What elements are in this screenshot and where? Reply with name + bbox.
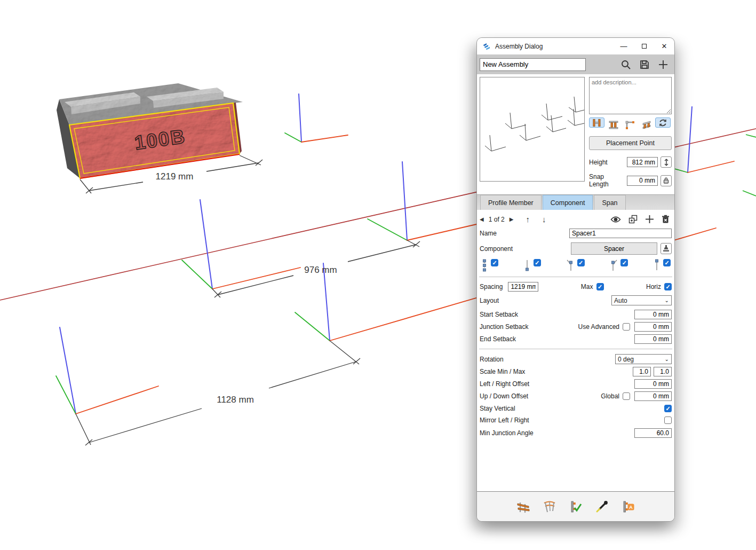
move-down-icon[interactable]: ↓	[542, 215, 546, 224]
snap-length-input[interactable]	[627, 176, 658, 186]
slanted-rail-icon[interactable]	[639, 117, 654, 132]
rotation-label: Rotation	[480, 356, 615, 363]
application-window: 976 mm 1128 mm 100B	[0, 0, 756, 550]
component-label: Component	[480, 245, 571, 253]
up-down-offset-label: Up / Down Offset	[480, 392, 601, 400]
chevron-down-icon: ⌄	[665, 297, 669, 303]
left-right-offset-input[interactable]	[634, 379, 672, 389]
dimension-label-1128: 1128 mm	[217, 395, 254, 405]
stay-vertical-checkbox[interactable]	[664, 405, 672, 412]
dialog-title: Assembly Dialog	[495, 43, 614, 50]
anchor-top-right-icon	[609, 259, 618, 272]
tab-span[interactable]: Span	[594, 195, 625, 210]
axis-marker-5[interactable]	[56, 327, 158, 414]
use-advanced-checkbox[interactable]	[623, 323, 630, 331]
preview-spacer-sketches	[485, 97, 584, 151]
dimension-1128[interactable]: 1128 mm	[76, 341, 360, 445]
auto-label-post-icon[interactable]: A	[620, 499, 636, 515]
lock-button[interactable]	[660, 175, 672, 186]
stamp-pick-icon[interactable]	[660, 243, 672, 254]
junction-setback-input[interactable]	[634, 322, 672, 332]
draw-fence-icon[interactable]	[515, 499, 531, 515]
minimize-button[interactable]: —	[614, 38, 634, 54]
rotation-select[interactable]: 0 deg ⌄	[615, 354, 672, 364]
anchor-line-icon	[481, 259, 488, 272]
anchor-top-right-checkbox[interactable]	[620, 259, 628, 266]
anchor-bottom-icon	[523, 259, 531, 272]
stay-vertical-label: Stay Vertical	[480, 405, 664, 412]
dimension-label-1219: 1219 mm	[156, 171, 194, 182]
close-button[interactable]: ✕	[654, 38, 674, 54]
add-assembly-icon[interactable]	[657, 59, 669, 70]
maximize-icon	[642, 44, 647, 49]
start-setback-label: Start Setback	[480, 311, 634, 318]
min-junction-angle-input[interactable]	[634, 428, 672, 438]
anchor-top-left-checkbox[interactable]	[577, 259, 585, 266]
visibility-icon[interactable]	[610, 216, 621, 223]
add-component-icon[interactable]	[645, 215, 654, 224]
anchor-bottom-checkbox[interactable]	[534, 259, 541, 266]
anchor-options-row	[480, 259, 672, 272]
double-post-icon[interactable]	[606, 117, 621, 132]
maximize-button[interactable]	[634, 38, 654, 54]
selected-block[interactable]: 100B	[57, 83, 243, 178]
axis-marker-partial	[743, 135, 756, 196]
assembly-name-input[interactable]	[480, 58, 586, 71]
end-setback-label: End Setback	[480, 335, 634, 343]
search-icon[interactable]	[620, 59, 632, 70]
svg-text:A: A	[629, 504, 633, 509]
height-input[interactable]	[627, 157, 658, 167]
prev-component-icon[interactable]: ◀	[480, 216, 484, 222]
mirror-left-right-checkbox[interactable]	[664, 417, 672, 424]
save-icon[interactable]	[639, 59, 650, 70]
refresh-icon[interactable]	[655, 117, 671, 128]
component-picker-button[interactable]: Spacer	[571, 242, 657, 255]
app-logo-icon	[482, 42, 491, 51]
axis-marker-2[interactable]	[182, 200, 300, 289]
layout-select[interactable]: Auto ⌄	[611, 295, 672, 305]
corner-icon[interactable]	[622, 117, 638, 132]
delete-component-icon[interactable]	[662, 215, 670, 224]
tab-component[interactable]: Component	[543, 195, 593, 210]
duplicate-icon[interactable]	[628, 215, 638, 224]
left-right-offset-label: Left / Right Offset	[480, 380, 634, 388]
placement-point-button[interactable]: Placement Point	[589, 136, 672, 150]
component-nav-row: ◀ 1 of 2 ▶ ↑ ↓	[480, 215, 672, 224]
scale-min-max-label: Scale Min / Max	[480, 368, 633, 375]
rail-pair-icon[interactable]	[589, 117, 604, 128]
tab-bar: Profile Member Component Span	[477, 194, 674, 210]
dialog-titlebar[interactable]: Assembly Dialog — ✕	[477, 38, 674, 54]
max-label: Max	[581, 283, 593, 290]
next-component-icon[interactable]: ▶	[510, 216, 514, 222]
axis-marker-6[interactable]	[674, 107, 734, 172]
height-direction-button[interactable]	[660, 156, 672, 168]
global-checkbox[interactable]	[623, 392, 630, 400]
assembly-preview-canvas[interactable]	[480, 77, 585, 182]
validate-post-icon[interactable]	[568, 499, 584, 515]
spacing-input[interactable]	[508, 282, 538, 292]
profile-type-buttons	[589, 117, 672, 132]
spacing-label: Spacing	[480, 283, 503, 290]
start-setback-input[interactable]	[634, 310, 672, 319]
end-setback-input[interactable]	[634, 334, 672, 344]
axis-marker-3[interactable]	[368, 162, 476, 240]
tab-profile-member[interactable]: Profile Member	[480, 195, 542, 210]
scale-min-input[interactable]	[633, 367, 651, 376]
draw-curved-fence-icon[interactable]	[542, 499, 558, 515]
anchor-line-checkbox[interactable]	[491, 259, 498, 266]
description-textarea[interactable]	[589, 77, 672, 114]
horiz-checkbox[interactable]	[664, 283, 672, 290]
max-checkbox[interactable]	[596, 283, 604, 290]
component-name-input[interactable]	[569, 229, 672, 238]
mirror-left-right-label: Mirror Left / Right	[480, 417, 664, 424]
dimension-976[interactable]: 976 mm	[212, 240, 420, 297]
height-label: Height	[589, 159, 624, 166]
anchor-top-checkbox[interactable]	[663, 259, 671, 266]
move-up-icon[interactable]: ↑	[526, 215, 530, 224]
global-label: Global	[601, 392, 619, 400]
scale-max-input[interactable]	[654, 367, 672, 376]
up-down-offset-input[interactable]	[634, 391, 672, 401]
eyedropper-icon[interactable]	[594, 499, 610, 515]
rotation-value: 0 deg	[618, 356, 665, 363]
axis-marker-1[interactable]	[285, 94, 348, 142]
